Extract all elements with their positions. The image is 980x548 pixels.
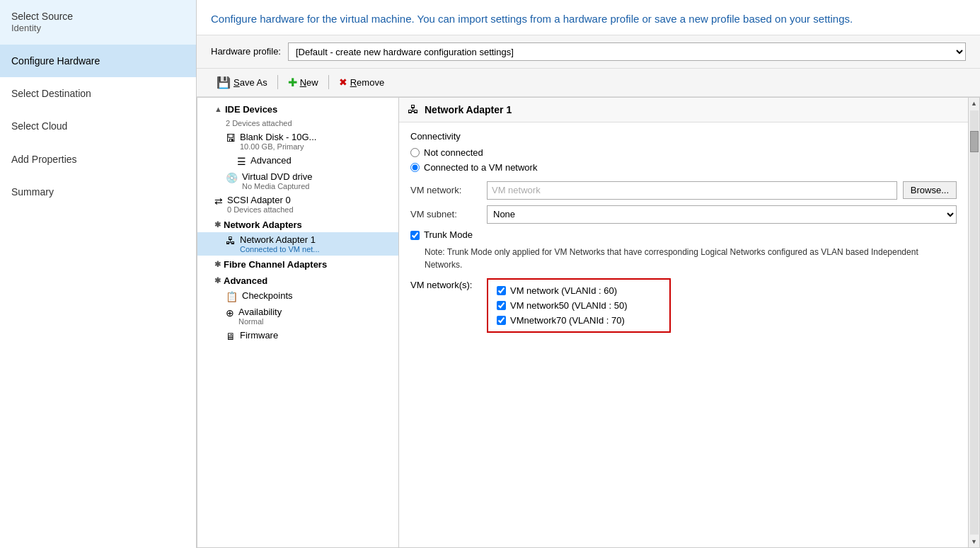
vm-networks-label: VM network(s): [410,278,481,290]
firmware-icon: 🖥 [226,331,236,342]
save-icon: 💾 [217,76,231,89]
sidebar-item-label: Select Cloud [11,120,185,132]
sidebar-item-select-source[interactable]: Select Source Identity [0,0,196,45]
scrollbar-track[interactable] [970,110,979,535]
vm-network-row: VM network: Browse... [410,181,957,200]
network-adapter-header-icon: 🖧 [408,103,419,116]
tree-scsi-adapter[interactable]: ⇄ SCSI Adapter 0 0 Devices attached [197,193,398,216]
header-description: Configure hardware for the virtual machi… [197,0,980,35]
ide-devices-label: IDE Devices [225,104,277,115]
tree-advanced-disk[interactable]: ☰ Advanced [197,153,398,169]
vm-network-input[interactable] [487,181,897,200]
content-area: ▲ IDE Devices 2 Devices attached 🖫 Blank… [197,97,980,549]
advanced-label: Advanced [224,275,267,286]
details-outer: 🖧 Network Adapter 1 Connectivity Not con… [399,98,979,548]
connected-vm-network-row: Connected to a VM network [410,162,957,173]
details-title: Network Adapter 1 [425,104,512,115]
tree-panel: ▲ IDE Devices 2 Devices attached 🖫 Blank… [197,98,399,548]
availability-icon: ⊕ [226,307,234,319]
connectivity-radio-group: Not connected Connected to a VM network [410,147,957,173]
trunk-mode-checkbox[interactable] [410,231,420,240]
sidebar-item-sublabel: Identity [11,23,185,35]
scrollbar[interactable]: ▲ ▼ [968,98,979,548]
sidebar-item-label: Select Destination [11,87,185,100]
sidebar-item-add-properties[interactable]: Add Properties [0,143,196,176]
network-adapter-1-name: Network Adapter 1 [240,234,393,245]
vm-subnet-select[interactable]: None [487,205,957,224]
firmware-name: Firmware [240,330,393,341]
vm-network-2-checkbox[interactable] [497,316,506,325]
new-button[interactable]: ✚ New [282,73,324,92]
tree-checkpoints[interactable]: 📋 Checkpoints [197,288,398,304]
tree-dvd-drive[interactable]: 💿 Virtual DVD drive No Media Captured [197,169,398,193]
vm-networks-box: VM network (VLANId : 60) VM network50 (V… [487,278,671,333]
scroll-up-arrow[interactable]: ▲ [971,98,977,109]
tree-network-adapters-header[interactable]: ✱ Network Adapters [197,216,398,232]
vm-subnet-label: VM subnet: [410,209,481,219]
save-as-button[interactable]: 💾 Save As [211,73,273,92]
not-connected-row: Not connected [410,147,957,158]
scsi-icon: ⇄ [214,195,223,207]
vm-network-0-checkbox[interactable] [497,286,506,295]
fibre-channel-label: Fibre Channel Adapters [224,259,327,270]
tree-availability[interactable]: ⊕ Availability Normal [197,304,398,328]
connected-vm-network-label[interactable]: Connected to a VM network [424,162,537,173]
vm-network-item-2: VMnetwork70 (VLANId : 70) [497,315,661,326]
sidebar-item-select-cloud[interactable]: Select Cloud [0,110,196,142]
sidebar-item-select-destination[interactable]: Select Destination [0,77,196,110]
new-icon: ✚ [288,76,297,89]
details-scroll: Connectivity Not connected Connected to … [399,122,968,548]
network-adapter-icon: 🖧 [226,235,236,246]
vm-network-label: VM network: [410,185,481,195]
connected-vm-network-radio[interactable] [410,163,420,172]
collapse-icon-network: ✱ [214,220,221,229]
tree-fibre-channel-header[interactable]: ✱ Fibre Channel Adapters [197,256,398,272]
hardware-profile-select[interactable]: [Default - create new hardware configura… [288,42,966,61]
tree-blank-disk[interactable]: 🖫 Blank Disk - 10G... 10.00 GB, Primary [197,130,398,153]
grid-icon: ☰ [237,156,246,167]
not-connected-radio[interactable] [410,148,420,157]
trunk-mode-row: Trunk Mode [410,229,957,240]
sidebar-item-configure-hardware[interactable]: Configure Hardware [0,45,196,77]
remove-label: emove [357,77,384,88]
tree-firmware[interactable]: 🖥 Firmware [197,328,398,344]
vm-network-item-0: VM network (VLANId : 60) [497,285,661,296]
tree-network-adapter-1[interactable]: 🖧 Network Adapter 1 Connected to VM net.… [197,232,398,256]
main-content: Configure hardware for the virtual machi… [197,0,980,548]
toolbar-separator-2 [328,75,329,89]
collapse-icon: ▲ [214,105,222,113]
dvd-icon: 💿 [226,172,238,183]
network-adapter-1-sub: Connected to VM net... [240,245,393,253]
not-connected-label[interactable]: Not connected [424,147,483,158]
scsi-adapter-name: SCSI Adapter 0 [227,195,393,205]
network-adapters-label: Network Adapters [224,219,302,230]
collapse-icon-advanced: ✱ [214,276,221,285]
ide-devices-sub: 2 Devices attached [226,119,393,127]
availability-sub: Normal [238,317,393,326]
sidebar-item-label: Add Properties [11,153,185,166]
scroll-down-arrow[interactable]: ▼ [971,536,977,547]
scsi-adapter-sub: 0 Devices attached [227,205,393,214]
hardware-profile-row: Hardware profile: [Default - create new … [197,35,980,69]
sidebar: Select Source Identity Configure Hardwar… [0,0,197,548]
details-panel: 🖧 Network Adapter 1 Connectivity Not con… [399,98,968,548]
save-as-label: ave As [240,77,267,88]
collapse-icon-fibre: ✱ [214,260,221,269]
tree-advanced-header[interactable]: ✱ Advanced [197,272,398,288]
tree-ide-devices-header[interactable]: ▲ IDE Devices [197,101,398,117]
trunk-mode-label[interactable]: Trunk Mode [424,229,473,240]
new-label: ew [306,77,318,88]
sidebar-item-label: Configure Hardware [11,55,185,67]
vm-networks-row: VM network(s): VM network (VLANId : 60) … [410,278,957,333]
blank-disk-sub: 10.00 GB, Primary [240,142,393,151]
disk-icon: 🖫 [226,132,236,144]
blank-disk-name: Blank Disk - 10G... [240,132,393,142]
sidebar-item-summary[interactable]: Summary [0,176,196,208]
vm-subnet-row: VM subnet: None [410,205,957,224]
vm-network-1-checkbox[interactable] [497,301,506,310]
remove-button[interactable]: ✖ Remove [333,74,390,91]
hw-profile-label: Hardware profile: [211,46,281,57]
scrollbar-thumb[interactable] [970,131,979,152]
dvd-drive-name: Virtual DVD drive [242,171,393,182]
browse-button[interactable]: Browse... [903,181,957,199]
